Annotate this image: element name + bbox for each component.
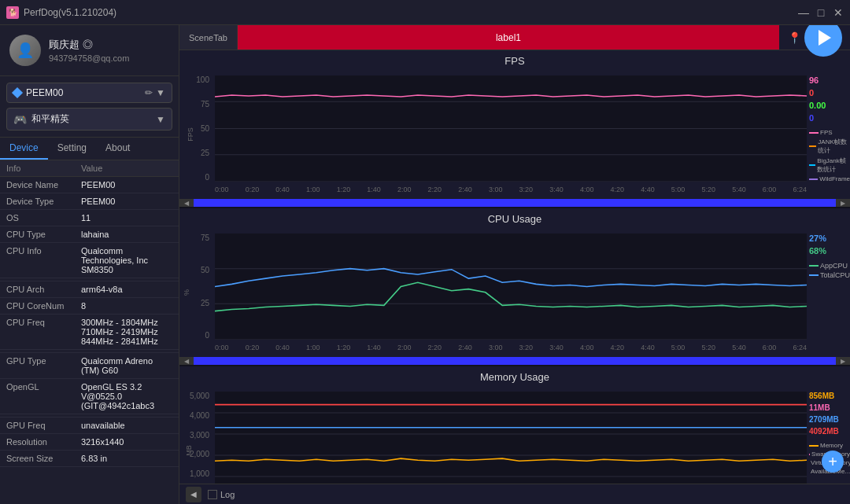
close-button[interactable]: ✕ xyxy=(833,7,844,18)
fps-chart-title: FPS xyxy=(179,50,850,72)
fps-scroll-left[interactable]: ◀ xyxy=(179,199,194,207)
scene-tab-content[interactable]: label1 xyxy=(238,25,779,50)
value-cell: lahaina xyxy=(81,230,172,239)
cpu-chart-inner xyxy=(215,234,807,340)
scene-tab-label: SceneTab xyxy=(179,25,238,50)
nav-prev-button[interactable]: ◀ xyxy=(186,487,201,502)
user-name: 顾庆超 ◎ xyxy=(49,38,169,52)
value-cell: unavailable xyxy=(81,421,172,430)
info-rows-container: Device NamePEEM00Device TypePEEM00OS11CP… xyxy=(0,177,179,467)
play-icon xyxy=(819,30,831,46)
tab-setting[interactable]: Setting xyxy=(48,138,96,160)
table-row: GPU Frequnavailable xyxy=(0,418,179,434)
col-info-header: Info xyxy=(6,164,81,173)
cpu-scroll-left[interactable]: ◀ xyxy=(179,357,194,365)
info-cell: GPU Freq xyxy=(6,421,81,430)
value-cell: 6.83 in xyxy=(81,454,172,463)
bottom-bar: ◀ Log xyxy=(179,484,850,504)
value-cell: PEEM00 xyxy=(81,197,172,206)
memory-chart-panel: Memory Usage 5,000 4,000 3,000 2,000 1,0… xyxy=(179,366,850,484)
memory-chart-title: Memory Usage xyxy=(179,366,850,388)
table-row: GPU TypeQualcomm Adreno (TM) G60 xyxy=(0,353,179,379)
cpu-chart-title: CPU Usage xyxy=(179,208,850,230)
cpu-chart-area: 75 50 25 0 % xyxy=(179,230,850,355)
info-cell: CPU Info xyxy=(6,246,81,256)
value-cell: 8 xyxy=(81,301,172,311)
cpu-scroll-right[interactable]: ▶ xyxy=(836,357,850,365)
titlebar-left: 🐕 PerfDog(v5.1.210204) xyxy=(6,6,116,19)
device-dropdown[interactable]: PEEM00 ✏ ▼ xyxy=(6,83,172,103)
fps-chart-panel: FPS 100 75 50 25 0 FPS xyxy=(179,50,850,207)
value-cell: 3216x1440 xyxy=(81,437,172,447)
maximize-button[interactable]: □ xyxy=(815,7,826,18)
table-row: CPU CoreNum8 xyxy=(0,298,179,315)
value-cell: PEEM00 xyxy=(81,180,172,189)
info-cell: CPU Arch xyxy=(6,285,81,294)
minimize-button[interactable]: — xyxy=(798,7,809,18)
device-name: PEEM00 xyxy=(26,87,63,98)
value-cell: 11 xyxy=(81,213,172,223)
sidebar-tabs: Device Setting About xyxy=(0,138,179,160)
device-label: PEEM00 xyxy=(13,87,63,98)
fps-scrollbar-track[interactable] xyxy=(194,199,836,207)
cpu-scrollbar-track[interactable] xyxy=(194,357,836,365)
fps-x-axis: 0:00 0:20 0:40 1:00 1:20 1:40 2:00 2:20 … xyxy=(215,182,807,197)
info-cell: CPU CoreNum xyxy=(6,301,81,311)
app-icon: 🐕 xyxy=(6,6,19,19)
scene-tabbar: SceneTab label1 📍 ⚙ ☁ xyxy=(179,25,850,50)
log-checkbox-area: Log xyxy=(208,490,235,499)
game-chevron-icon: ▼ xyxy=(156,114,165,125)
device-edit-icon[interactable]: ✏ xyxy=(145,87,153,98)
cpu-legend: 27% 68% AppCPU TotalCPU xyxy=(809,234,850,279)
log-checkbox[interactable] xyxy=(208,490,217,499)
user-section: 👤 顾庆超 ◎ 943794758@qq.com xyxy=(0,25,179,76)
info-cell: CPU Type xyxy=(6,230,81,239)
info-table: Info Value Device NamePEEM00Device TypeP… xyxy=(0,160,179,504)
fps-chart-inner xyxy=(215,75,807,182)
cpu-chart-panel: CPU Usage 75 50 25 0 % xyxy=(179,208,850,365)
log-label: Log xyxy=(220,490,235,499)
game-name: 和平精英 xyxy=(31,112,69,126)
table-row: CPU Archarm64-v8a xyxy=(0,281,179,298)
info-cell: Resolution xyxy=(6,437,81,447)
fps-scroll-right[interactable]: ▶ xyxy=(836,199,850,207)
cpu-y-label: % xyxy=(183,289,190,296)
content-area: SceneTab label1 📍 ⚙ ☁ FPS 100 7 xyxy=(179,25,850,504)
table-row: OS11 xyxy=(0,210,179,226)
fps-y-axis: 100 75 50 25 0 xyxy=(179,75,213,182)
titlebar: 🐕 PerfDog(v5.1.210204) — □ ✕ xyxy=(0,0,850,25)
memory-y-label: MB xyxy=(185,445,193,456)
table-row: Screen Size6.83 in xyxy=(0,451,179,467)
titlebar-controls: — □ ✕ xyxy=(798,7,844,18)
diamond-icon xyxy=(12,87,23,98)
game-dropdown[interactable]: 🎮 和平精英 ▼ xyxy=(6,108,172,131)
info-cell: OS xyxy=(6,213,81,223)
info-cell: Device Name xyxy=(6,180,81,189)
user-email: 943794758@qq.com xyxy=(49,53,169,63)
table-row: Resolution3216x1440 xyxy=(0,434,179,451)
plus-button[interactable]: + xyxy=(822,451,844,473)
info-cell: GPU Type xyxy=(6,356,81,366)
table-row: Device TypePEEM00 xyxy=(0,193,179,210)
tab-about[interactable]: About xyxy=(96,138,139,160)
cpu-scrollbar[interactable]: ◀ ▶ xyxy=(179,357,850,365)
tab-device[interactable]: Device xyxy=(0,138,48,160)
info-cell: CPU Freq xyxy=(6,318,81,327)
info-cell: Device Type xyxy=(6,197,81,206)
charts-container[interactable]: FPS 100 75 50 25 0 FPS xyxy=(179,50,850,484)
fps-y-label: FPS xyxy=(187,127,194,142)
sidebar: 👤 顾庆超 ◎ 943794758@qq.com PEEM00 ✏ ▼ xyxy=(0,25,179,504)
cpu-x-axis: 0:00 0:20 0:40 1:00 1:20 1:40 2:00 2:20 … xyxy=(215,340,807,355)
app-title: PerfDog(v5.1.210204) xyxy=(24,7,116,18)
value-cell: Qualcomm Adreno (TM) G60 xyxy=(81,356,172,375)
table-row: OpenGLOpenGL ES 3.2 V@0525.0 (GIT@4942c1… xyxy=(0,379,179,414)
value-cell: arm64-v8a xyxy=(81,285,172,294)
value-cell: 300MHz - 1804MHz 710MHz - 2419MHz 844MHz… xyxy=(81,318,172,346)
location-icon[interactable]: 📍 xyxy=(787,31,801,45)
table-row: Device NamePEEM00 xyxy=(0,177,179,193)
main-layout: 👤 顾庆超 ◎ 943794758@qq.com PEEM00 ✏ ▼ xyxy=(0,25,850,504)
memory-y-axis: 5,000 4,000 3,000 2,000 1,000 0 xyxy=(179,392,213,484)
info-cell: Screen Size xyxy=(6,454,81,463)
value-cell: OpenGL ES 3.2 V@0525.0 (GIT@4942c1abc3 xyxy=(81,382,172,410)
fps-scrollbar[interactable]: ◀ ▶ xyxy=(179,199,850,207)
